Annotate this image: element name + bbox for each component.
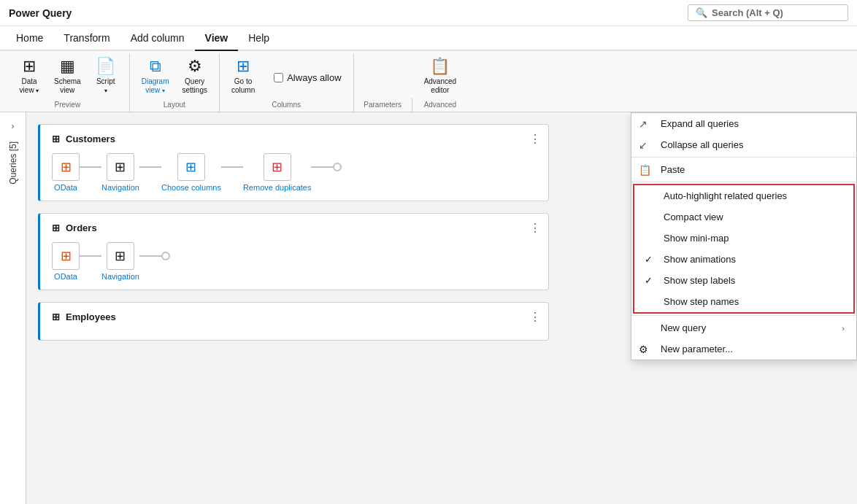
ctx-show-step-names[interactable]: Show step names (634, 291, 853, 312)
ctx-highlighted-group: Auto-highlight related queries Compact v… (633, 184, 855, 314)
step-line-2 (139, 166, 161, 168)
ctx-new-parameter[interactable]: ⚙ New parameter... (631, 338, 856, 360)
step-line-1 (80, 166, 101, 168)
sidebar-label: Queries [5] (8, 141, 18, 185)
ctx-paste[interactable]: 📋 Paste (631, 159, 856, 180)
menu-home[interactable]: Home (6, 26, 53, 51)
schema-view-button[interactable]: ▦ Schemaview (48, 54, 87, 98)
auto-highlight-label: Auto-highlight related queries (664, 190, 787, 201)
collapse-all-icon: ↙ (639, 139, 647, 151)
new-query-label: New query (661, 322, 706, 333)
always-allow-checkbox[interactable] (274, 73, 283, 82)
remove-dup-label: Remove duplicates (243, 183, 312, 192)
advanced-group-label: Advanced (418, 99, 462, 109)
menu-help[interactable]: Help (238, 26, 280, 51)
sidebar-toggle[interactable]: › (9, 118, 18, 134)
compact-view-label: Compact view (664, 212, 723, 222)
show-animations-label: Show animations (664, 254, 736, 265)
layout-buttons: ⧉ Diagramview ▾ ⚙ Querysettings (136, 54, 213, 98)
customers-header: ⊞ Customers (52, 133, 537, 144)
main-area: › Queries [5] ⊞ Customers ⋮ ⊞ OData ⊞ Na… (0, 112, 857, 504)
menu-transform[interactable]: Transform (53, 26, 120, 51)
data-view-icon: ⊞ (23, 57, 36, 76)
columns-buttons: ⊞ Go tocolumn Always allow (226, 54, 347, 98)
navigation-icon: ⊞ (107, 153, 134, 181)
step-line-4 (311, 166, 333, 168)
customers-steps: ⊞ OData ⊞ Navigation ⊞ Choose columns ⊞ … (52, 153, 537, 192)
script-view-button[interactable]: 📄 Script▾ (88, 54, 123, 98)
ribbon-group-layout: ⧉ Diagramview ▾ ⚙ Querysettings Layout (130, 54, 220, 112)
sidebar: › Queries [5] (0, 112, 26, 504)
show-minimap-label: Show mini-map (664, 233, 729, 244)
search-box[interactable]: 🔍 Search (Alt + Q) (688, 4, 848, 21)
customers-title: Customers (66, 133, 115, 144)
orders-title: Orders (66, 222, 97, 233)
data-view-label: Dataview ▾ (20, 77, 39, 95)
diagram-view-label: Diagramview ▾ (142, 77, 169, 95)
step-line-3 (221, 166, 243, 168)
ribbon-group-parameters: Parameters (354, 98, 412, 112)
new-query-arrow: › (842, 324, 845, 333)
ribbon: ⊞ Dataview ▾ ▦ Schemaview 📄 Script▾ Prev… (0, 51, 857, 112)
step-navigation-customers[interactable]: ⊞ Navigation (101, 153, 139, 192)
ctx-show-step-labels[interactable]: ✓ Show step labels (634, 270, 853, 291)
ctx-auto-highlight[interactable]: Auto-highlight related queries (634, 185, 853, 206)
advanced-editor-icon: 📋 (430, 57, 450, 76)
advanced-editor-button[interactable]: 📋 Advancededitor (418, 54, 462, 98)
always-allow-label: Always allow (287, 72, 341, 83)
ctx-show-animations[interactable]: ✓ Show animations (634, 249, 853, 270)
employees-dots[interactable]: ⋮ (529, 310, 541, 324)
query-settings-label: Querysettings (182, 77, 207, 95)
ctx-show-minimap[interactable]: Show mini-map (634, 228, 853, 249)
orders-dots[interactable]: ⋮ (529, 221, 541, 235)
step-navigation-orders[interactable]: ⊞ Navigation (101, 242, 139, 281)
parameters-group-label: Parameters (360, 99, 406, 109)
step-odata-orders[interactable]: ⊞ OData (52, 242, 80, 281)
menu-view[interactable]: View (195, 26, 239, 51)
employees-header: ⊞ Employees (52, 311, 537, 322)
query-card-orders: ⊞ Orders ⋮ ⊞ OData ⊞ Navigation (38, 213, 549, 290)
data-view-button[interactable]: ⊞ Dataview ▾ (12, 54, 47, 98)
orders-nav-label: Navigation (101, 272, 139, 281)
script-label: Script▾ (96, 77, 115, 95)
step-end-circle (333, 163, 342, 171)
diagram-view-button[interactable]: ⧉ Diagramview ▾ (136, 54, 175, 98)
preview-group-label: Preview (12, 99, 123, 109)
navigation-label: Navigation (101, 183, 139, 192)
ribbon-group-columns: ⊞ Go tocolumn Always allow Columns (220, 54, 354, 112)
step-remove-duplicates[interactable]: ⊞ Remove duplicates (243, 153, 312, 192)
orders-steps: ⊞ OData ⊞ Navigation (52, 242, 537, 281)
paste-label: Paste (661, 164, 685, 175)
advanced-buttons: 📋 Advancededitor (418, 54, 462, 98)
orders-line-1 (80, 255, 101, 257)
menu-add-column[interactable]: Add column (120, 26, 195, 51)
schema-view-label: Schemaview (54, 77, 81, 95)
always-allow-checkbox-container[interactable]: Always allow (268, 68, 347, 88)
schema-view-icon: ▦ (60, 57, 75, 76)
ctx-sep-1 (631, 157, 856, 158)
go-to-column-icon: ⊞ (237, 57, 250, 76)
orders-odata-label: OData (54, 272, 77, 281)
query-settings-button[interactable]: ⚙ Querysettings (176, 54, 212, 98)
customers-dots[interactable]: ⋮ (529, 132, 541, 146)
show-animations-check: ✓ (645, 254, 653, 265)
preview-buttons: ⊞ Dataview ▾ ▦ Schemaview 📄 Script▾ (12, 54, 123, 98)
step-odata-customers[interactable]: ⊞ OData (52, 153, 80, 192)
orders-nav-icon: ⊞ (107, 242, 134, 270)
title-bar: Power Query 🔍 Search (Alt + Q) (0, 0, 857, 26)
choose-columns-icon: ⊞ (177, 153, 205, 181)
orders-odata-icon: ⊞ (52, 242, 80, 270)
choose-columns-label: Choose columns (161, 183, 221, 192)
step-choose-columns[interactable]: ⊞ Choose columns (161, 153, 221, 192)
ctx-expand-all[interactable]: ↗ Expand all queries (631, 113, 856, 134)
ctx-compact-view[interactable]: Compact view (634, 206, 853, 228)
employees-table-icon: ⊞ (52, 311, 60, 322)
ribbon-group-preview: ⊞ Dataview ▾ ▦ Schemaview 📄 Script▾ Prev… (6, 54, 130, 112)
orders-header: ⊞ Orders (52, 222, 537, 233)
ctx-collapse-all[interactable]: ↙ Collapse all queries (631, 134, 856, 155)
ctx-new-query[interactable]: New query › (631, 317, 856, 338)
go-to-column-button[interactable]: ⊞ Go tocolumn (226, 54, 261, 98)
new-parameter-label: New parameter... (661, 344, 733, 354)
advanced-editor-label: Advancededitor (424, 77, 456, 95)
query-card-employees: ⊞ Employees ⋮ (38, 302, 549, 341)
